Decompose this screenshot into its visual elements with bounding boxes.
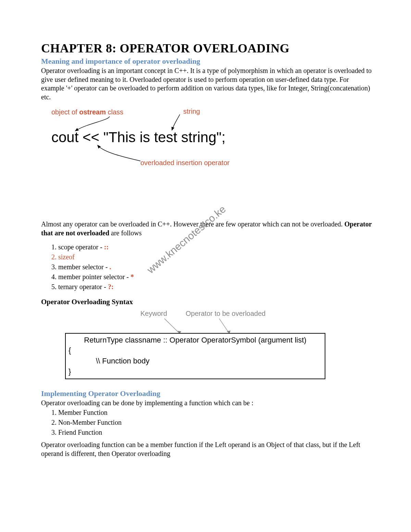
syntax-brace-close: } [68,367,322,377]
op-text: scope operator - [58,243,104,251]
syntax-brace-open: { [68,345,322,356]
label-string: string [183,108,200,115]
implementing-para-2: Operator overloading function can be a m… [41,441,373,458]
list-item: scope operator - :: [58,243,373,252]
syntax-heading: Operator Overloading Syntax [41,298,373,306]
label-ostream-post: class [106,108,123,116]
label-ostream-object: object of ostream class [51,108,123,116]
list-item: Non-Member Function [58,418,373,427]
svg-line-0 [164,319,180,334]
list-item: sizeof [58,252,373,262]
op-symbol: ?: [108,283,114,290]
list-item: member selector - . [58,262,373,272]
section-heading-meaning: Meaning and importance of operator overl… [41,57,373,66]
op-text: ternary operator - [58,283,108,290]
intro-paragraph: Operator overloading is an important con… [41,66,373,101]
implementing-intro: Operator overloading can be done by impl… [41,399,373,408]
op-text: member pointer selector - [58,273,130,281]
op-text: sizeof [58,253,75,261]
list-item: Member Function [58,408,373,417]
annot-operator: Operator to be overloaded [186,310,266,318]
non-overloadable-pre: Almost any operator can be overloaded in… [41,220,345,228]
annot-keyword: Keyword [140,310,167,318]
list-item: ternary operator - ?: [58,282,373,292]
code-cout-line: cout << "This is test string"; [51,129,225,146]
label-overloaded-insertion: overloaded insertion operator [140,159,229,167]
list-item: member pointer selector - * [58,272,373,282]
section-heading-implementing: Implementing Operator Overloading [41,389,373,398]
op-symbol: :: [104,243,109,251]
non-overloadable-list: scope operator - :: sizeof member select… [50,243,373,292]
op-symbol: . [109,263,111,271]
non-overloadable-block: www.knecnotes.co.ke Almost any operator … [41,220,373,291]
syntax-code-box: ReturnType classname :: Operator Operato… [65,333,325,379]
figure-syntax-box: Keyword Operator to be overloaded Return… [65,309,329,384]
list-item: Friend Function [58,428,373,437]
chapter-title: CHAPTER 8: OPERATOR OVERLOADING [41,41,373,55]
syntax-line-signature: ReturnType classname :: Operator Operato… [68,335,322,346]
figure-cout-example: object of ostream class string cout << "… [41,107,301,179]
label-ostream-bold: ostream [79,108,106,116]
document-page: CHAPTER 8: OPERATOR OVERLOADING Meaning … [0,0,411,483]
non-overloadable-post: are follows [109,229,141,237]
op-text: member selector - [58,263,109,271]
op-symbol: * [130,273,134,281]
syntax-line-body: \\ Function body [68,356,322,367]
label-ostream-pre: object of [51,108,79,116]
non-overloadable-intro: Almost any operator can be overloaded in… [41,220,373,237]
implementing-list: Member Function Non-Member Function Frie… [50,408,373,437]
